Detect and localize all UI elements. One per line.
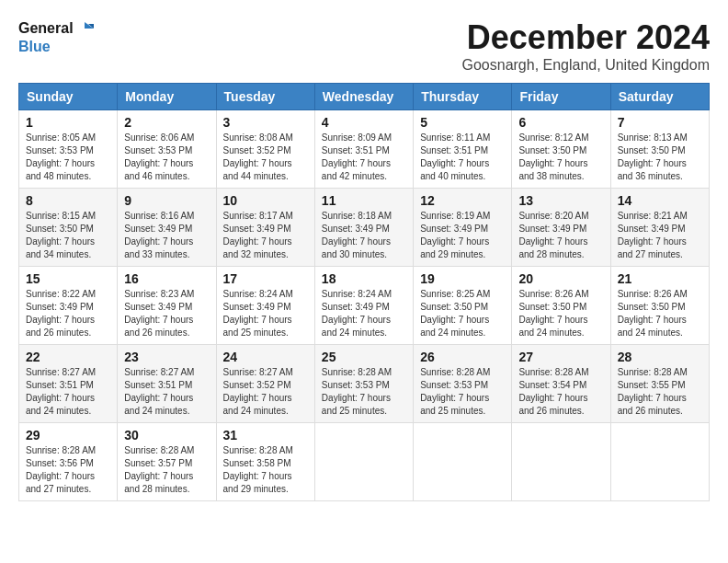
table-row: 7 Sunrise: 8:13 AMSunset: 3:50 PMDayligh… xyxy=(610,110,709,189)
calendar-table: Sunday Monday Tuesday Wednesday Thursday… xyxy=(18,83,710,501)
table-row: 3 Sunrise: 8:08 AMSunset: 3:52 PMDayligh… xyxy=(216,110,314,189)
day-info: Sunrise: 8:22 AMSunset: 3:49 PMDaylight:… xyxy=(26,288,110,339)
day-info: Sunrise: 8:28 AMSunset: 3:53 PMDaylight:… xyxy=(322,366,406,418)
day-number: 22 xyxy=(26,350,110,364)
location-subtitle: Goosnargh, England, United Kingdom xyxy=(461,57,710,74)
day-number: 8 xyxy=(26,193,110,208)
table-row: 31 Sunrise: 8:28 AMSunset: 3:58 PMDaylig… xyxy=(216,423,314,501)
day-number: 17 xyxy=(223,271,308,286)
table-row: 22 Sunrise: 8:27 AMSunset: 3:51 PMDaylig… xyxy=(19,345,118,423)
day-number: 16 xyxy=(124,271,209,286)
day-info: Sunrise: 8:19 AMSunset: 3:49 PMDaylight:… xyxy=(420,210,505,261)
col-sunday: Sunday xyxy=(19,84,118,110)
col-thursday: Thursday xyxy=(414,84,512,110)
day-info: Sunrise: 8:28 AMSunset: 3:53 PMDaylight:… xyxy=(420,366,505,418)
logo-bird-icon xyxy=(75,18,96,39)
day-info: Sunrise: 8:28 AMSunset: 3:55 PMDaylight:… xyxy=(618,366,702,418)
day-number: 1 xyxy=(26,115,110,130)
day-number: 6 xyxy=(518,115,603,130)
calendar-week-row: 1 Sunrise: 8:05 AMSunset: 3:53 PMDayligh… xyxy=(19,110,710,189)
table-row: 4 Sunrise: 8:09 AMSunset: 3:51 PMDayligh… xyxy=(314,110,413,189)
day-info: Sunrise: 8:15 AMSunset: 3:50 PMDaylight:… xyxy=(26,210,110,261)
day-number: 3 xyxy=(223,115,308,130)
table-row: 11 Sunrise: 8:18 AMSunset: 3:49 PMDaylig… xyxy=(314,189,413,267)
table-row xyxy=(414,423,512,501)
day-info: Sunrise: 8:26 AMSunset: 3:50 PMDaylight:… xyxy=(618,288,702,339)
day-number: 21 xyxy=(618,271,702,286)
day-number: 9 xyxy=(124,193,209,208)
table-row: 10 Sunrise: 8:17 AMSunset: 3:49 PMDaylig… xyxy=(216,189,314,267)
table-row: 6 Sunrise: 8:12 AMSunset: 3:50 PMDayligh… xyxy=(512,110,610,189)
day-number: 24 xyxy=(223,350,308,364)
day-info: Sunrise: 8:05 AMSunset: 3:53 PMDaylight:… xyxy=(26,132,110,183)
month-title: December 2024 xyxy=(461,18,710,57)
table-row: 25 Sunrise: 8:28 AMSunset: 3:53 PMDaylig… xyxy=(314,345,413,423)
table-row: 1 Sunrise: 8:05 AMSunset: 3:53 PMDayligh… xyxy=(19,110,118,189)
table-row: 18 Sunrise: 8:24 AMSunset: 3:49 PMDaylig… xyxy=(314,267,413,345)
day-number: 30 xyxy=(124,428,209,442)
table-row: 14 Sunrise: 8:21 AMSunset: 3:49 PMDaylig… xyxy=(610,189,709,267)
day-number: 25 xyxy=(322,350,406,364)
table-row: 8 Sunrise: 8:15 AMSunset: 3:50 PMDayligh… xyxy=(19,189,118,267)
table-row xyxy=(314,423,413,501)
table-row: 9 Sunrise: 8:16 AMSunset: 3:49 PMDayligh… xyxy=(118,189,216,267)
day-info: Sunrise: 8:23 AMSunset: 3:49 PMDaylight:… xyxy=(124,288,209,339)
day-number: 20 xyxy=(518,271,603,286)
day-info: Sunrise: 8:28 AMSunset: 3:57 PMDaylight:… xyxy=(124,444,209,496)
table-row: 20 Sunrise: 8:26 AMSunset: 3:50 PMDaylig… xyxy=(512,267,610,345)
header-row: Sunday Monday Tuesday Wednesday Thursday… xyxy=(19,84,710,110)
day-info: Sunrise: 8:25 AMSunset: 3:50 PMDaylight:… xyxy=(420,288,505,339)
calendar-week-row: 15 Sunrise: 8:22 AMSunset: 3:49 PMDaylig… xyxy=(19,267,710,345)
table-row: 23 Sunrise: 8:27 AMSunset: 3:51 PMDaylig… xyxy=(118,345,216,423)
day-number: 4 xyxy=(322,115,406,130)
day-info: Sunrise: 8:18 AMSunset: 3:49 PMDaylight:… xyxy=(322,210,406,261)
day-info: Sunrise: 8:24 AMSunset: 3:49 PMDaylight:… xyxy=(322,288,406,339)
page-header: General Blue December 2024 Goosnargh, En… xyxy=(18,18,710,74)
day-number: 29 xyxy=(26,428,110,442)
table-row: 24 Sunrise: 8:27 AMSunset: 3:52 PMDaylig… xyxy=(216,345,314,423)
day-info: Sunrise: 8:17 AMSunset: 3:49 PMDaylight:… xyxy=(223,210,308,261)
col-monday: Monday xyxy=(118,84,216,110)
table-row: 2 Sunrise: 8:06 AMSunset: 3:53 PMDayligh… xyxy=(118,110,216,189)
table-row: 27 Sunrise: 8:28 AMSunset: 3:54 PMDaylig… xyxy=(512,345,610,423)
day-info: Sunrise: 8:16 AMSunset: 3:49 PMDaylight:… xyxy=(124,210,209,261)
table-row: 30 Sunrise: 8:28 AMSunset: 3:57 PMDaylig… xyxy=(118,423,216,501)
table-row xyxy=(610,423,709,501)
col-saturday: Saturday xyxy=(610,84,709,110)
table-row: 15 Sunrise: 8:22 AMSunset: 3:49 PMDaylig… xyxy=(19,267,118,345)
day-number: 14 xyxy=(618,193,702,208)
col-wednesday: Wednesday xyxy=(314,84,413,110)
table-row: 29 Sunrise: 8:28 AMSunset: 3:56 PMDaylig… xyxy=(19,423,118,501)
col-tuesday: Tuesday xyxy=(216,84,314,110)
day-number: 18 xyxy=(322,271,406,286)
day-info: Sunrise: 8:12 AMSunset: 3:50 PMDaylight:… xyxy=(518,132,603,183)
day-number: 19 xyxy=(420,271,505,286)
col-friday: Friday xyxy=(512,84,610,110)
calendar-week-row: 22 Sunrise: 8:27 AMSunset: 3:51 PMDaylig… xyxy=(19,345,710,423)
logo-graphic: General Blue xyxy=(18,18,96,55)
day-info: Sunrise: 8:06 AMSunset: 3:53 PMDaylight:… xyxy=(124,132,209,183)
table-row: 19 Sunrise: 8:25 AMSunset: 3:50 PMDaylig… xyxy=(414,267,512,345)
day-info: Sunrise: 8:20 AMSunset: 3:49 PMDaylight:… xyxy=(518,210,603,261)
day-number: 2 xyxy=(124,115,209,130)
table-row: 28 Sunrise: 8:28 AMSunset: 3:55 PMDaylig… xyxy=(610,345,709,423)
day-number: 12 xyxy=(420,193,505,208)
day-info: Sunrise: 8:27 AMSunset: 3:52 PMDaylight:… xyxy=(223,366,308,418)
day-number: 27 xyxy=(518,350,603,364)
day-number: 31 xyxy=(223,428,308,442)
table-row: 16 Sunrise: 8:23 AMSunset: 3:49 PMDaylig… xyxy=(118,267,216,345)
table-row: 13 Sunrise: 8:20 AMSunset: 3:49 PMDaylig… xyxy=(512,189,610,267)
day-number: 5 xyxy=(420,115,505,130)
day-info: Sunrise: 8:24 AMSunset: 3:49 PMDaylight:… xyxy=(223,288,308,339)
table-row xyxy=(512,423,610,501)
day-info: Sunrise: 8:27 AMSunset: 3:51 PMDaylight:… xyxy=(124,366,209,418)
day-number: 23 xyxy=(124,350,209,364)
day-info: Sunrise: 8:28 AMSunset: 3:56 PMDaylight:… xyxy=(26,444,110,496)
day-info: Sunrise: 8:26 AMSunset: 3:50 PMDaylight:… xyxy=(518,288,603,339)
day-info: Sunrise: 8:28 AMSunset: 3:54 PMDaylight:… xyxy=(518,366,603,418)
day-number: 13 xyxy=(518,193,603,208)
logo: General Blue xyxy=(18,18,96,55)
table-row: 12 Sunrise: 8:19 AMSunset: 3:49 PMDaylig… xyxy=(414,189,512,267)
day-info: Sunrise: 8:11 AMSunset: 3:51 PMDaylight:… xyxy=(420,132,505,183)
day-number: 15 xyxy=(26,271,110,286)
